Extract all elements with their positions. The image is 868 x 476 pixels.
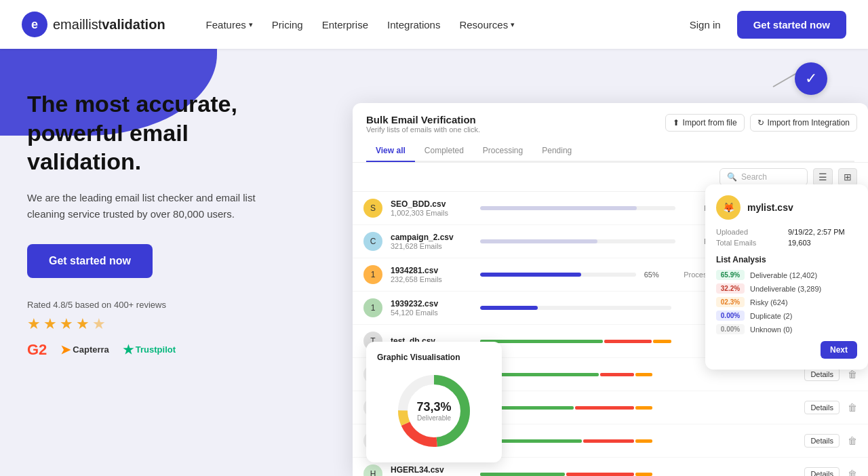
nav-right: Sign in Get started now <box>690 11 846 39</box>
analysis-row-duplicate: 0.00% Duplicate (2) <box>716 311 857 321</box>
donut-chart: 73,3% Deliverable <box>393 370 475 452</box>
hero-description: We are the leading email list checker an… <box>27 190 271 222</box>
nav-cta-button[interactable]: Get started now <box>737 11 846 39</box>
tab-completed[interactable]: Completed <box>415 140 473 162</box>
analysis-row-risky: 02.3% Risky (624) <box>716 297 857 307</box>
analysis-row-undeliverable: 32.2% Undeliverable (3,289) <box>716 283 857 294</box>
list-view-button[interactable]: ☰ <box>813 168 833 186</box>
next-button[interactable]: Next <box>821 341 857 359</box>
row-icon: S <box>363 199 382 218</box>
multi-bar <box>480 439 652 443</box>
tab-pending[interactable]: Pending <box>532 140 581 162</box>
nav-integrations[interactable]: Integrations <box>387 19 440 31</box>
badge-risky: 02.3% <box>716 297 745 307</box>
sign-in-link[interactable]: Sign in <box>690 19 721 31</box>
analysis-title: List Analysis <box>716 255 857 264</box>
navbar: e emaillistvalidation Features ▾ Pricing… <box>0 0 868 49</box>
progress-bar-container <box>480 306 671 310</box>
progress-bar <box>480 239 597 243</box>
delete-icon-6[interactable]: 🗑 <box>848 369 857 380</box>
logo-text: emaillistvalidation <box>53 17 165 33</box>
details-button-3[interactable]: Details <box>804 401 840 414</box>
multi-bar <box>480 473 652 476</box>
logo[interactable]: e emaillistvalidation <box>22 12 165 37</box>
analysis-row-unknown: 0.00% Unknown (0) <box>716 324 857 334</box>
capterra-icon: ➤ <box>60 342 71 357</box>
row-info: 1934281.csv 232,658 Emails <box>391 266 472 283</box>
trustpilot-icon: ★ <box>123 342 134 357</box>
verified-badge: ✓ <box>795 62 827 95</box>
progress-bar <box>480 206 637 210</box>
trust-logos: G2 ➤ Capterra ★ Trustpilot <box>27 341 271 359</box>
mylist-card: 🦊 mylist.csv Uploaded 9/19/22, 2:57 PM T… <box>705 184 868 370</box>
nav-resources[interactable]: Resources ▾ <box>459 19 515 31</box>
multi-bar <box>480 373 652 376</box>
hero-right: ✓ Bulk Email Verification Verify lists o… <box>353 49 868 476</box>
capterra-logo: ➤ Capterra <box>60 342 108 357</box>
row-icon: H <box>363 464 382 476</box>
panel-header: Bulk Email Verification Verify lists of … <box>353 103 868 163</box>
details-button-2[interactable]: Details <box>804 368 840 381</box>
nav-pricing[interactable]: Pricing <box>272 19 303 31</box>
badge-undeliverable: 32.2% <box>716 283 745 294</box>
row-info: SEO_BDD.csv 1,002,303 Emails <box>391 199 472 217</box>
star-rating: ★ ★ ★ ★ ★ <box>27 315 271 333</box>
logo-icon: e <box>22 12 47 37</box>
upload-icon: ⬆ <box>673 118 679 127</box>
progress-bar-container <box>480 206 675 210</box>
hero-left: The most accurate, powerful email valida… <box>0 49 298 386</box>
progress-bar-container <box>480 273 636 277</box>
star-5: ★ <box>92 315 106 333</box>
hero-cta-button[interactable]: Get started now <box>27 244 153 278</box>
grid-view-button[interactable]: ⊞ <box>838 168 857 186</box>
row-info: campaign_2.csv 321,628 Emails <box>391 233 472 250</box>
viz-card: Graphic Visualisation 73,3% Deliverable <box>366 342 502 462</box>
import-file-button[interactable]: ⬆ Import from file <box>665 114 745 132</box>
mylist-name: mylist.csv <box>747 202 793 213</box>
viz-title: Graphic Visualisation <box>377 353 491 362</box>
star-4: ★ <box>76 315 90 333</box>
row-info: HGERL34.csv 34 Emails <box>391 465 472 476</box>
mylist-meta: Uploaded 9/19/22, 2:57 PM Total Emails 1… <box>716 228 857 247</box>
star-3: ★ <box>60 315 73 333</box>
details-button-5[interactable]: Details <box>804 467 840 476</box>
import-integration-button[interactable]: ↻ Import from Integration <box>750 114 857 132</box>
progress-bar-container <box>480 239 675 243</box>
panel-tabs: View all Completed Processing Pending <box>366 140 854 162</box>
badge-deliverable: 65.9% <box>716 270 745 280</box>
panel-actions: ⬆ Import from file ↻ Import from Integra… <box>665 114 857 132</box>
star-2: ★ <box>43 315 57 333</box>
mylist-icon: 🦊 <box>716 195 741 220</box>
row-info: 1939232.csv 54,120 Emails <box>391 299 472 317</box>
integration-icon: ↻ <box>757 118 764 127</box>
hero-title: The most accurate, powerful email valida… <box>27 90 271 176</box>
row-icon: 1 <box>363 265 382 284</box>
tab-view-all[interactable]: View all <box>366 140 415 162</box>
chevron-down-icon-2: ▾ <box>511 20 515 29</box>
delete-icon-8[interactable]: 🗑 <box>848 435 857 446</box>
row-icon: C <box>363 232 382 251</box>
nav-enterprise[interactable]: Enterprise <box>322 19 368 31</box>
rating-section: Rated 4.8/5 based on 400+ reviews ★ ★ ★ … <box>27 300 271 359</box>
row-icon: 1 <box>363 298 382 317</box>
g2-logo: G2 <box>27 341 47 359</box>
donut-percentage: 73,3% <box>416 400 451 414</box>
delete-icon-7[interactable]: 🗑 <box>848 402 857 413</box>
search-icon: 🔍 <box>727 172 737 182</box>
donut-sublabel: Deliverable <box>416 414 451 422</box>
badge-unknown: 0.00% <box>716 324 745 334</box>
hero-section: The most accurate, powerful email valida… <box>0 0 868 476</box>
progress-bar <box>480 273 581 277</box>
trustpilot-logo: ★ Trustpilot <box>123 342 176 357</box>
chevron-down-icon: ▾ <box>249 20 253 29</box>
search-box[interactable]: 🔍 Search <box>719 168 808 186</box>
details-button-4[interactable]: Details <box>804 434 840 448</box>
nav-features[interactable]: Features ▾ <box>206 19 253 31</box>
tab-processing[interactable]: Processing <box>473 140 532 162</box>
progress-bar <box>480 306 538 310</box>
delete-icon-9[interactable]: 🗑 <box>848 469 857 476</box>
rating-text: Rated 4.8/5 based on 400+ reviews <box>27 300 271 310</box>
mylist-header: 🦊 mylist.csv <box>716 195 857 220</box>
multi-bar <box>480 406 652 410</box>
mylist-footer: Next <box>716 341 857 359</box>
